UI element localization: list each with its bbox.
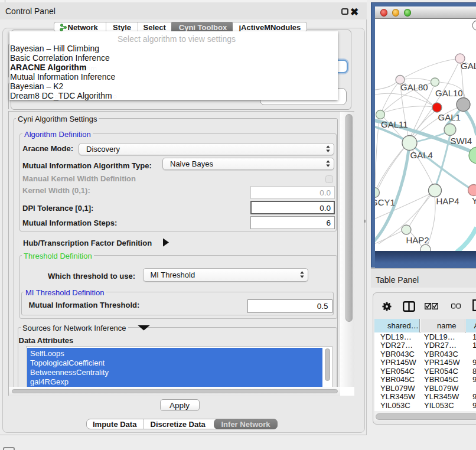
svg-text:GCY1: GCY1 <box>375 197 395 207</box>
svg-text:GAL11: GAL11 <box>381 119 408 129</box>
svg-text:GAL80: GAL80 <box>400 82 428 92</box>
svg-text:HAP2: HAP2 <box>406 235 429 245</box>
svg-text:GAL1: GAL1 <box>438 112 461 122</box>
svg-text:SWI4: SWI4 <box>451 136 472 146</box>
svg-text:YM: YM <box>472 195 476 206</box>
svg-text:GAL4: GAL4 <box>410 150 433 160</box>
svg-text:GAL10: GAL10 <box>435 88 463 98</box>
svg-text:GAL7: GAL7 <box>461 61 476 71</box>
svg-text:HAP4: HAP4 <box>436 196 459 206</box>
